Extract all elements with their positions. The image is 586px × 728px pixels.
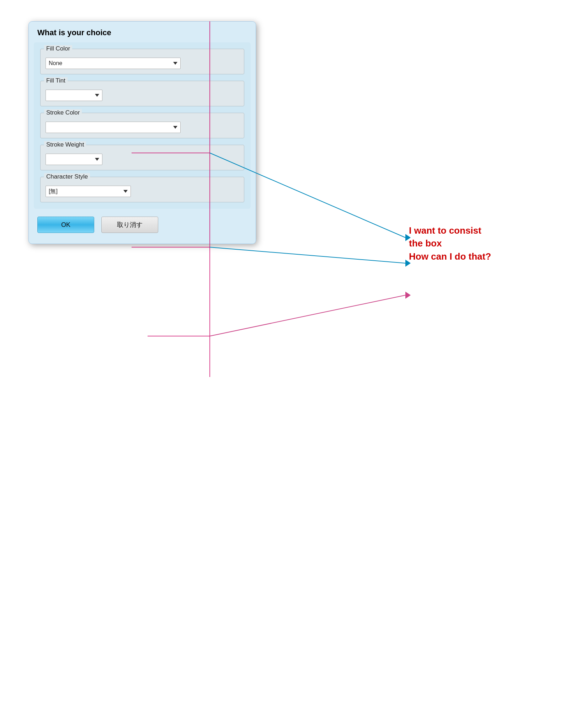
stroke-weight-group: Stroke Weight — [40, 145, 244, 170]
annotation-line3: How can I do that? — [409, 250, 491, 263]
dialog-title: What is your choice — [29, 22, 256, 42]
stroke-weight-label: Stroke Weight — [44, 141, 86, 148]
annotation-line2: the box — [409, 237, 491, 250]
fill-color-dropdown[interactable]: None — [46, 58, 181, 69]
dialog-window: What is your choice Fill Color None Fill… — [28, 21, 256, 244]
stroke-color-label: Stroke Color — [44, 109, 82, 116]
character-style-arrow-icon — [123, 190, 128, 193]
character-style-group: Character Style [無] — [40, 177, 244, 202]
stroke-color-dropdown[interactable] — [46, 122, 181, 133]
svg-line-5 — [210, 247, 405, 263]
stroke-color-arrow-icon — [173, 126, 177, 129]
stroke-color-group: Stroke Color — [40, 113, 244, 138]
svg-marker-9 — [405, 292, 411, 299]
dialog-footer: OK 取り消す — [29, 209, 256, 233]
fill-color-arrow-icon — [173, 62, 177, 65]
fill-tint-group: Fill Tint — [40, 81, 244, 106]
cancel-button[interactable]: 取り消す — [101, 217, 158, 233]
stroke-weight-arrow-icon — [95, 158, 99, 161]
fill-color-label: Fill Color — [44, 45, 72, 52]
fill-tint-dropdown[interactable] — [46, 90, 102, 101]
fill-tint-label: Fill Tint — [44, 77, 68, 84]
fill-tint-arrow-icon — [95, 94, 99, 97]
character-style-value: [無] — [49, 188, 121, 195]
ok-button[interactable]: OK — [37, 217, 94, 233]
stroke-weight-dropdown[interactable] — [46, 154, 102, 165]
fill-color-value: None — [49, 60, 170, 67]
annotation-text: I want to consist the box How can I do t… — [409, 224, 491, 263]
svg-line-8 — [210, 295, 405, 336]
fill-color-group: Fill Color None — [40, 49, 244, 74]
character-style-label: Character Style — [44, 173, 90, 180]
annotation-line1: I want to consist — [409, 224, 491, 237]
page-container: What is your choice Fill Color None Fill… — [0, 0, 586, 728]
character-style-dropdown[interactable]: [無] — [46, 186, 131, 197]
dialog-body: Fill Color None Fill Tint Stroke Color — [34, 42, 251, 209]
